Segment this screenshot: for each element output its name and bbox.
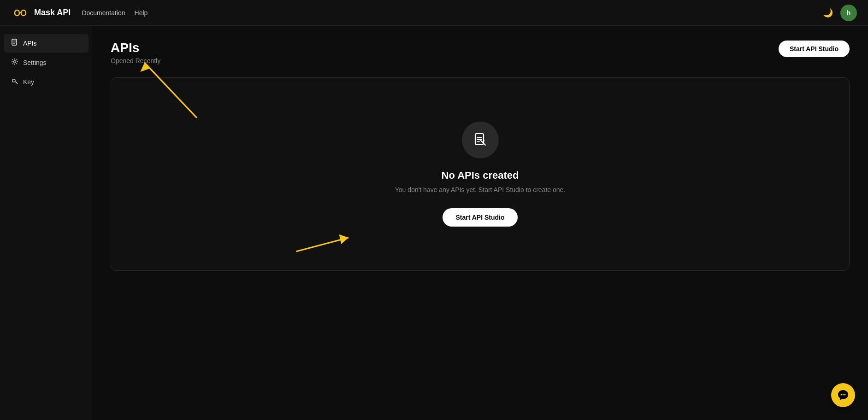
chat-icon <box>837 389 849 401</box>
sidebar-item-settings[interactable]: Settings <box>4 53 89 72</box>
sidebar-item-apis[interactable]: APIs <box>4 34 89 52</box>
theme-toggle-icon[interactable]: 🌙 <box>823 8 833 18</box>
empty-state-icon <box>462 122 499 158</box>
sidebar: APIs Settings Key <box>0 26 92 420</box>
empty-state-description: You don't have any APIs yet. Start API S… <box>395 186 566 193</box>
sidebar-item-key-label: Key <box>23 78 34 86</box>
svg-point-18 <box>841 394 842 396</box>
header-left: Mask API Documentation Help <box>11 8 148 18</box>
chat-button[interactable] <box>831 383 855 407</box>
sidebar-item-settings-label: Settings <box>23 59 47 66</box>
start-api-studio-button-center[interactable]: Start API Studio <box>443 208 517 227</box>
nav-links: Documentation Help <box>82 9 148 17</box>
settings-icon <box>11 58 18 67</box>
page-subtitle: Opened Recently <box>111 57 160 64</box>
avatar[interactable]: h <box>840 5 857 21</box>
sidebar-item-apis-label: APIs <box>23 40 37 47</box>
nav-documentation[interactable]: Documentation <box>82 9 125 17</box>
main-content: APIs Opened Recently Start API Studio No… <box>92 26 868 420</box>
svg-point-20 <box>844 394 846 396</box>
logo[interactable]: Mask API <box>11 8 71 18</box>
header: Mask API Documentation Help 🌙 h <box>0 0 868 26</box>
logo-text: Mask API <box>34 8 71 18</box>
sidebar-item-key[interactable]: Key <box>4 73 89 91</box>
page-header-text: APIs Opened Recently <box>111 41 160 64</box>
main-layout: APIs Settings Key <box>0 26 868 420</box>
logo-icon <box>11 8 30 18</box>
start-api-studio-button-header[interactable]: Start API Studio <box>779 41 850 57</box>
page-title: APIs <box>111 41 160 55</box>
svg-point-19 <box>843 394 844 396</box>
header-right: 🌙 h <box>823 5 857 21</box>
svg-point-4 <box>14 61 16 63</box>
key-icon <box>11 77 18 87</box>
nav-help[interactable]: Help <box>135 9 148 17</box>
svg-line-7 <box>16 82 17 83</box>
content-header: APIs Opened Recently Start API Studio <box>111 41 850 64</box>
apis-icon <box>11 39 18 48</box>
empty-state-card: No APIs created You don't have any APIs … <box>111 77 850 271</box>
empty-state-title: No APIs created <box>442 169 519 181</box>
